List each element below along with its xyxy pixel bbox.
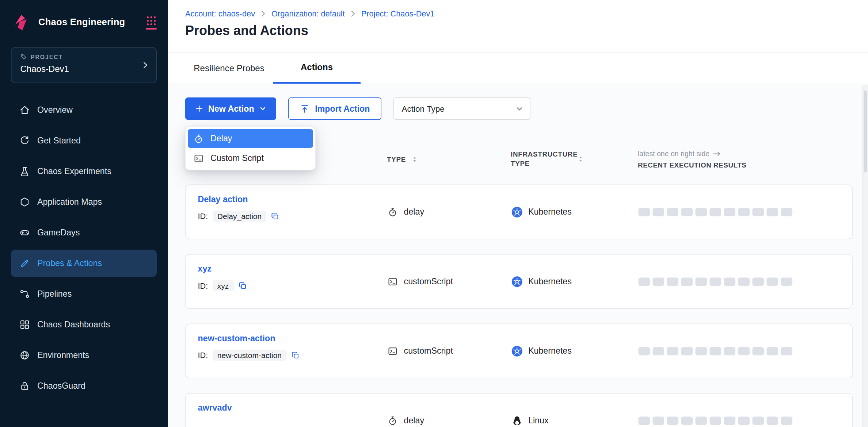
execution-result-placeholder (696, 208, 707, 216)
column-header-type[interactable]: TYPE (387, 155, 417, 164)
execution-result-placeholder (724, 416, 736, 425)
tab-actions[interactable]: Actions (273, 53, 361, 84)
execution-result-placeholder (738, 416, 750, 425)
recent-execution-results (639, 255, 793, 308)
execution-result-placeholder (653, 347, 665, 355)
breadcrumb-project-link[interactable]: Project: Chaos-Dev1 (361, 9, 435, 18)
menu-item-custom-script[interactable]: Custom Script (188, 149, 313, 168)
copy-icon[interactable] (291, 351, 300, 360)
script-icon (388, 346, 398, 356)
execution-result-placeholder (710, 416, 722, 425)
new-action-button[interactable]: New Action (185, 97, 276, 120)
sort-icon[interactable] (578, 155, 584, 164)
linux-icon (511, 415, 523, 426)
type-cell: customScript (388, 324, 453, 378)
stopwatch-icon (194, 133, 204, 144)
home-icon (19, 105, 30, 116)
execution-result-placeholder (724, 208, 736, 216)
action-id-row: ID: xyz (198, 280, 247, 291)
infrastructure-cell: Kubernetes (511, 255, 572, 308)
execution-result-placeholder (667, 416, 679, 425)
execution-result-placeholder (639, 208, 650, 216)
type-cell: delay (388, 394, 425, 427)
project-selector[interactable]: PROJECT Chaos-Dev1 (11, 47, 157, 83)
environments-icon (19, 350, 30, 361)
script-icon (194, 153, 204, 164)
actions-table: Delay action ID: Delay_action delay K (185, 185, 868, 427)
sidebar-item-chaos-experiments[interactable]: Chaos Experiments (11, 158, 157, 185)
sidebar-item-get-started[interactable]: Get Started (11, 127, 157, 154)
type-cell: delay (388, 185, 425, 239)
execution-result-placeholder (710, 347, 722, 355)
sidebar-item-chaosguard[interactable]: ChaosGuard (11, 372, 157, 400)
table-row-xyz[interactable]: xyz ID: xyz customScript Kubernetes (185, 254, 853, 309)
breadcrumb-account-link[interactable]: Account: chaos-dev (185, 9, 255, 18)
infrastructure-cell: Kubernetes (511, 185, 572, 239)
recent-execution-results (639, 394, 793, 427)
action-id-row: ID: new-custom-action (198, 350, 300, 361)
execution-result-placeholder (767, 416, 778, 425)
recent-execution-results (639, 185, 793, 239)
stopwatch-icon (388, 207, 398, 217)
breadcrumb-organization-link[interactable]: Organization: default (271, 9, 345, 18)
sidebar-item-gamedays[interactable]: GameDays (11, 219, 157, 246)
execution-result-placeholder (738, 277, 750, 286)
copy-icon[interactable] (238, 281, 247, 290)
arrow-right-icon (713, 151, 721, 156)
chevron-right-icon (350, 10, 356, 18)
execution-result-placeholder (696, 416, 707, 425)
sidebar-item-overview[interactable]: Overview (11, 96, 157, 124)
action-id-chip: Delay_action (212, 211, 266, 222)
import-icon (300, 104, 309, 114)
action-type-select[interactable]: Action Type (393, 97, 530, 120)
copy-icon[interactable] (271, 212, 280, 221)
action-name-link[interactable]: awrvadv (198, 403, 232, 412)
execution-result-placeholder (753, 347, 764, 355)
scrollbar[interactable] (862, 85, 868, 427)
tab-resilience-probes[interactable]: Resilience Probes (185, 53, 273, 84)
execution-result-placeholder (767, 277, 778, 286)
sidebar-item-chaos-dashboards[interactable]: Chaos Dashboards (11, 311, 157, 338)
plus-icon (195, 105, 203, 113)
main-content: Account: chaos-dev Organization: default… (168, 0, 868, 427)
execution-result-placeholder (781, 208, 793, 216)
execution-result-placeholder (653, 208, 665, 216)
execution-result-placeholder (667, 208, 679, 216)
sort-icon[interactable] (411, 155, 418, 164)
get-started-icon (19, 135, 30, 146)
table-row-delay-action[interactable]: Delay action ID: Delay_action delay K (185, 185, 853, 239)
import-action-button[interactable]: Import Action (288, 97, 381, 120)
page-header: Account: chaos-dev Organization: default… (168, 0, 868, 53)
infrastructure-cell: Kubernetes (511, 324, 572, 378)
tag-icon (20, 54, 27, 60)
action-id-chip: xyz (212, 280, 234, 291)
type-cell: customScript (388, 255, 453, 308)
execution-result-placeholder (738, 347, 750, 355)
app-title: Chaos Engineering (38, 17, 139, 28)
hexagon-icon (19, 197, 30, 208)
kubernetes-icon (511, 206, 523, 218)
table-row-new-custom-action[interactable]: new-custom-action ID: new-custom-action … (185, 324, 853, 378)
execution-result-placeholder (710, 277, 722, 286)
column-header-infrastructure[interactable]: INFRASTRUCTURE TYPE (511, 150, 584, 169)
toolbar: New Action Import Action Action Type (185, 97, 868, 120)
menu-item-delay[interactable]: Delay (188, 129, 313, 148)
sidebar-item-pipelines[interactable]: Pipelines (11, 280, 157, 308)
execution-result-placeholder (639, 347, 650, 355)
action-name-link[interactable]: new-custom-action (198, 334, 275, 343)
action-name-link[interactable]: Delay action (198, 195, 248, 204)
sidebar-item-probes-actions[interactable]: Probes & Actions (11, 250, 157, 277)
execution-result-placeholder (738, 208, 750, 216)
action-name-link[interactable]: xyz (198, 264, 212, 273)
sidebar-item-application-maps[interactable]: Application Maps (11, 188, 157, 216)
execution-result-placeholder (696, 347, 707, 355)
scrollbar-thumb[interactable] (864, 91, 867, 173)
table-row-awrvadv[interactable]: awrvadv ID: delay Linux (185, 393, 853, 427)
sidebar-item-environments[interactable]: Environments (11, 342, 157, 369)
module-switcher-icon[interactable] (146, 15, 157, 30)
tab-bar: Resilience Probes Actions (168, 53, 868, 84)
column-header-results: latest one on right side RECENT EXECUTIO… (638, 150, 746, 169)
action-id-row: ID: Delay_action (198, 211, 280, 222)
execution-result-placeholder (681, 416, 693, 425)
execution-result-placeholder (681, 277, 693, 286)
